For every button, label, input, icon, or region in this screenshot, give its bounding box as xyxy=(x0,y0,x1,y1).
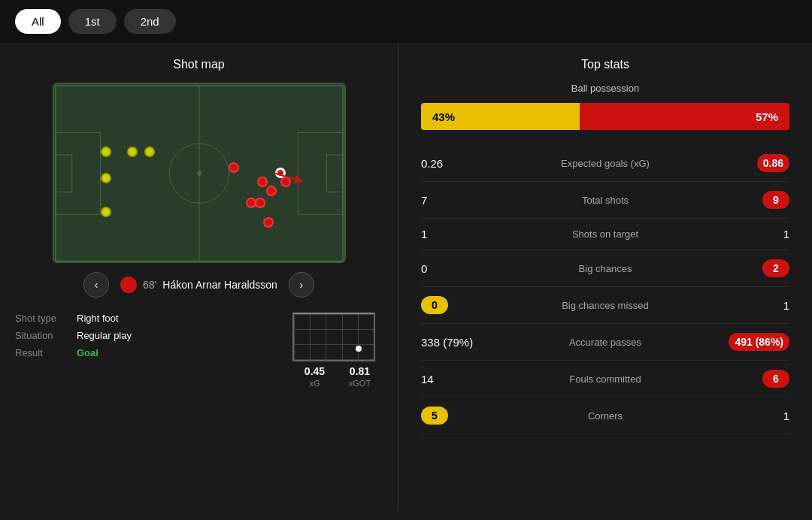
stat-row-2: 1 Shots on target 1 xyxy=(421,219,789,250)
shot-home-4 xyxy=(101,173,111,183)
stat-away-cell-6: 6 xyxy=(699,370,789,388)
pitch xyxy=(53,83,346,263)
tab-2nd[interactable]: 2nd xyxy=(124,9,176,34)
xgot-value: 0.81 xyxy=(349,365,371,377)
shotmap-title: Shot map xyxy=(15,58,383,71)
result-value: Goal xyxy=(77,347,98,358)
shot-type-row: Shot type Right foot xyxy=(15,313,270,324)
main-content: Shot map xyxy=(0,43,812,510)
shot-map-panel: Shot map xyxy=(0,43,398,510)
situation-label: Situation xyxy=(15,330,68,341)
xg-value: 0.45 xyxy=(304,365,325,377)
stat-home-cell-6: 14 xyxy=(421,373,511,385)
xg-stat: 0.45 xG xyxy=(304,365,325,388)
stats-container: 0.26 Expected goals (xG) 0.86 7 Total sh… xyxy=(421,145,789,434)
header: All 1st 2nd xyxy=(0,0,812,43)
svg-rect-5 xyxy=(298,132,342,214)
stat-home-cell-0: 0.26 xyxy=(421,157,511,170)
stat-home-cell-5: 338 (79%) xyxy=(421,336,511,349)
shot-details: Shot type Right foot Situation Regular p… xyxy=(15,313,383,388)
stat-away-cell-0: 0.86 xyxy=(699,154,789,172)
stat-label-5: Accurate passes xyxy=(511,337,699,348)
tab-all[interactable]: All xyxy=(15,9,61,34)
stat-label-1: Total shots xyxy=(511,195,699,206)
shot-info: Shot type Right foot Situation Regular p… xyxy=(15,313,270,388)
stat-away-badge-5: 491 (86%) xyxy=(729,333,789,351)
prev-shot-btn[interactable]: ‹ xyxy=(83,272,109,298)
xg-label: xG xyxy=(304,379,325,388)
stat-row-6: 14 Fouls committed 6 xyxy=(421,361,789,398)
stat-row-4: 0 Big chances missed 1 xyxy=(421,287,789,324)
stat-row-5: 338 (79%) Accurate passes 491 (86%) xyxy=(421,324,789,361)
stat-away-badge-0: 0.86 xyxy=(757,154,789,172)
stat-row-7: 5 Corners 1 xyxy=(421,398,789,434)
stat-home-1: 7 xyxy=(421,194,427,207)
shot-minute: 68' xyxy=(143,279,156,291)
shot-away-4 xyxy=(280,177,291,187)
topstats-title: Top stats xyxy=(421,58,789,71)
shot-type-label: Shot type xyxy=(15,313,68,324)
shot-home-1 xyxy=(101,147,111,157)
stat-home-5: 338 (79%) xyxy=(421,336,473,349)
nav-controls: ‹ 68' Hákon Arnar Haraldsson › xyxy=(15,272,383,298)
stat-home-cell-3: 0 xyxy=(421,262,511,275)
possession-away: 57% xyxy=(580,103,789,130)
current-shot-info: 68' Hákon Arnar Haraldsson xyxy=(120,277,277,293)
possession-label: Ball possession xyxy=(421,83,789,94)
goal-net: 0.45 xG 0.81 xGOT xyxy=(292,313,383,388)
shot-away-6 xyxy=(255,198,265,208)
stat-home-0: 0.26 xyxy=(421,157,443,170)
situation-value: Regular play xyxy=(77,330,132,341)
stat-label-3: Big chances xyxy=(511,263,699,274)
stat-away-4: 1 xyxy=(783,299,789,312)
stat-away-cell-4: 1 xyxy=(699,299,789,312)
stat-home-badge-4: 0 xyxy=(421,296,448,314)
possession-bar: 43% 57% xyxy=(421,103,789,130)
stat-home-2: 1 xyxy=(421,228,427,240)
svg-rect-6 xyxy=(326,155,343,192)
stat-label-7: Corners xyxy=(511,410,699,422)
stat-away-cell-7: 1 xyxy=(699,410,789,422)
shot-away-7 xyxy=(263,217,274,228)
next-shot-btn[interactable]: › xyxy=(289,272,314,298)
stat-away-cell-3: 2 xyxy=(699,259,789,277)
stat-home-cell-2: 1 xyxy=(421,228,511,240)
result-row: Result Goal xyxy=(15,347,270,358)
top-stats-panel: Top stats Ball possession 43% 57% 0.26 E… xyxy=(398,43,812,510)
shot-player: Hákon Arnar Haraldsson xyxy=(162,279,277,291)
svg-rect-4 xyxy=(55,155,71,192)
stat-home-6: 14 xyxy=(421,373,434,385)
shot-home-5 xyxy=(101,207,111,217)
stat-away-cell-2: 1 xyxy=(699,228,789,240)
stat-away-cell-5: 491 (86%) xyxy=(699,333,789,351)
tab-1st[interactable]: 1st xyxy=(68,9,117,34)
stat-away-badge-1: 9 xyxy=(762,191,789,209)
net-grid xyxy=(294,314,374,360)
shot-away-1 xyxy=(229,162,239,173)
team-badge-icon xyxy=(120,277,137,293)
stat-home-cell-1: 7 xyxy=(421,194,511,207)
stat-label-0: Expected goals (xG) xyxy=(511,158,699,169)
stat-away-badge-6: 6 xyxy=(762,370,789,388)
svg-point-7 xyxy=(197,171,201,176)
stat-home-cell-4: 0 xyxy=(421,296,511,314)
xgot-label: xGOT xyxy=(349,379,371,388)
stat-away-cell-1: 9 xyxy=(699,191,789,209)
shot-goal xyxy=(275,168,286,178)
stat-label-2: Shots on target xyxy=(511,228,699,240)
stat-label-6: Fouls committed xyxy=(511,373,699,385)
net-visual xyxy=(292,313,375,361)
shot-home-3 xyxy=(144,147,155,157)
stat-home-cell-7: 5 xyxy=(421,407,511,425)
xg-stats: 0.45 xG 0.81 xGOT xyxy=(292,365,383,388)
stat-label-4: Big chances missed xyxy=(511,300,699,311)
shot-position-marker xyxy=(356,346,362,352)
shot-home-2 xyxy=(127,147,138,157)
stat-away-2: 1 xyxy=(783,228,789,240)
stat-away-7: 1 xyxy=(783,410,789,422)
stat-home-3: 0 xyxy=(421,262,427,275)
shot-type-value: Right foot xyxy=(77,313,119,324)
shot-away-3 xyxy=(266,186,277,196)
result-label: Result xyxy=(15,347,68,358)
shot-away-2 xyxy=(257,177,268,187)
